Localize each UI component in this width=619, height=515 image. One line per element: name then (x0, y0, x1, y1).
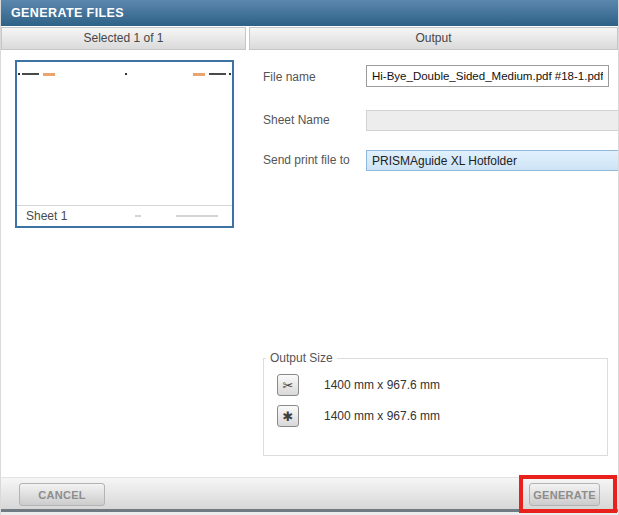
generate-button[interactable]: GENERATE (529, 483, 600, 506)
registration-mark-right-orange (193, 73, 205, 76)
tab-output[interactable]: Output (249, 27, 618, 50)
dialog-title: GENERATE FILES (11, 6, 124, 20)
sheet-label: Sheet 1 (26, 209, 67, 223)
output-size-group: Output Size ✂ 1400 mm x 967.6 mm ✱ 1400 … (263, 351, 608, 456)
puzzle-icon: ✱ (277, 405, 299, 427)
sheet-preview-thumbnail[interactable]: Sheet 1 (15, 60, 234, 228)
registration-dot-center (125, 73, 127, 75)
registration-dot-left (18, 73, 20, 75)
sheet-label-bar: Sheet 1 (17, 205, 232, 226)
registration-mark-left-dark (22, 73, 39, 75)
send-print-file-to-label: Send print file to (263, 153, 350, 167)
output-size-legend: Output Size (266, 351, 337, 365)
footer-mark-right (176, 215, 218, 217)
tab-bar: Selected 1 of 1 Output (1, 26, 618, 50)
footer-mark-center (135, 215, 141, 217)
assembled-size-row: ✱ 1400 mm x 967.6 mm (277, 405, 607, 427)
cancel-button[interactable]: CANCEL (19, 483, 105, 506)
registration-mark-left-orange (43, 73, 55, 76)
dialog-footer: CANCEL GENERATE (1, 477, 618, 509)
sheet-name-select: ▾ (366, 110, 619, 131)
dialog-content: Sheet 1 File name Sheet Name ▾ Send prin… (1, 50, 618, 477)
tab-selected-count[interactable]: Selected 1 of 1 (1, 27, 246, 50)
cut-size-value: 1400 mm x 967.6 mm (324, 378, 440, 392)
cut-size-row: ✂ 1400 mm x 967.6 mm (277, 374, 607, 396)
send-print-file-to-value: PRISMAguide XL Hotfolder (372, 154, 517, 168)
assembled-size-value: 1400 mm x 967.6 mm (324, 409, 440, 423)
sheet-name-label: Sheet Name (263, 113, 330, 127)
registration-mark-right-dark (209, 73, 226, 75)
send-print-file-to-select[interactable]: PRISMAguide XL Hotfolder ▾ (366, 150, 619, 171)
file-name-input[interactable] (366, 65, 609, 87)
generate-files-dialog: GENERATE FILES Selected 1 of 1 Output Sh… (0, 0, 619, 515)
scissors-icon: ✂ (277, 374, 299, 396)
file-name-label: File name (263, 70, 316, 84)
dialog-titlebar: GENERATE FILES (1, 0, 618, 26)
registration-dot-right (229, 73, 231, 75)
